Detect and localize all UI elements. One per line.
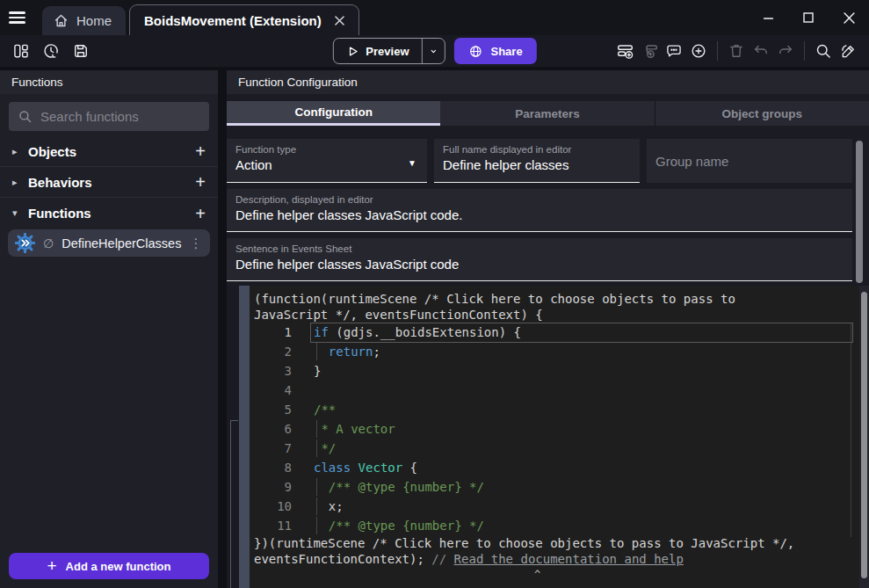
add-comment-icon[interactable] (662, 39, 686, 63)
code-line-text: /** (314, 403, 336, 417)
line-number: 9 (254, 480, 292, 494)
tab-home-label: Home (76, 13, 112, 28)
share-button[interactable]: Share (454, 38, 537, 64)
line-number: 1 (254, 325, 292, 339)
chevron-collapsed-icon[interactable]: ▸ (12, 177, 28, 188)
event-left-bar[interactable] (239, 286, 250, 588)
sentence-label: Sentence in Events Sheet (235, 243, 844, 254)
function-configuration-panel: Function Configuration ConfigurationPara… (227, 70, 869, 588)
function-item-definehelperclasses[interactable]: ∅ DefineHelperClasses ⋮ (8, 229, 210, 257)
tab-object-groups[interactable]: Object groups (655, 101, 869, 126)
documentation-link[interactable]: Read the documentation and help (454, 552, 684, 566)
form-scrollbar[interactable] (856, 141, 863, 283)
add-functions-icon[interactable]: + (195, 205, 206, 222)
code-line-4[interactable]: 4 (254, 381, 859, 400)
code-line-2[interactable]: 2 return; (254, 342, 859, 361)
share-label: Share (491, 45, 523, 58)
code-line-text: * A vector (314, 422, 395, 436)
code-line-text: x; (314, 499, 344, 513)
toolbar-left-group (9, 39, 93, 63)
function-type-select[interactable]: Function type Action ▼ (227, 139, 427, 183)
add-objects-icon[interactable]: + (195, 142, 206, 160)
line-number: 7 (254, 441, 292, 455)
tab-configuration[interactable]: Configuration (227, 101, 440, 126)
close-tab-icon[interactable] (332, 12, 348, 28)
chevron-collapsed-icon[interactable]: ▸ (12, 146, 28, 157)
full-name-input[interactable] (443, 157, 631, 172)
item-menu-dots-icon[interactable]: ⋮ (189, 236, 202, 251)
sidebar-section-functions[interactable]: ▾Functions+ (0, 198, 218, 229)
code-line-7[interactable]: 7 */ (254, 439, 859, 458)
indent-guide (316, 517, 317, 534)
group-name-input[interactable] (655, 154, 844, 169)
code-line-10[interactable]: 10 x; (254, 497, 859, 516)
full-name-field[interactable]: Full name displayed in editor (434, 139, 640, 183)
code-line-text: return; (314, 345, 380, 359)
code-line-5[interactable]: 5/** (254, 400, 859, 419)
code-line-11[interactable]: 11 /** @type {number} */ (254, 516, 859, 535)
maximize-button[interactable] (788, 0, 829, 35)
toolbar-center-group: Preview Share (332, 38, 536, 64)
sidebar-section-objects[interactable]: ▸Objects+ (0, 136, 218, 167)
save-icon[interactable] (69, 39, 93, 63)
sidebar-spacer (0, 257, 218, 553)
chevron-down-icon (428, 46, 439, 57)
group-name-field[interactable] (647, 139, 852, 183)
line-number: 10 (254, 499, 292, 513)
line-number: 6 (254, 422, 292, 436)
search-icon (18, 109, 33, 124)
code-header-line[interactable]: (function(runtimeScene /* Click here to … (254, 291, 816, 323)
sentence-field[interactable]: Sentence in Events Sheet (227, 238, 852, 281)
add-event-icon[interactable] (612, 39, 637, 63)
code-footer-line[interactable]: })(runtimeScene /* Click here to choose … (254, 535, 816, 567)
code-scrollbar[interactable] (861, 292, 867, 578)
window-controls (748, 0, 869, 35)
indent-guide (316, 478, 317, 496)
history-icon[interactable] (39, 39, 63, 63)
code-line-text: /** @type {number} */ (314, 519, 484, 533)
delete-icon[interactable] (724, 39, 749, 63)
title-bar: Home BoidsMovement (Extension) (0, 0, 869, 35)
sidebar-section-behaviors[interactable]: ▸Behaviors+ (0, 167, 218, 198)
tab-parameters[interactable]: Parameters (440, 101, 654, 126)
preview-button[interactable]: Preview (333, 39, 421, 63)
close-window-button[interactable] (829, 0, 869, 35)
chevron-expanded-icon[interactable]: ▾ (12, 207, 28, 219)
code-line-6[interactable]: 6 * A vector (254, 419, 859, 439)
code-line-1[interactable]: 1if (gdjs.__boidsExtension) { (254, 323, 859, 342)
code-area[interactable]: (function(runtimeScene /* Click here to … (250, 286, 859, 588)
code-lines[interactable]: 1if (gdjs.__boidsExtension) {2 return;3}… (254, 323, 859, 535)
code-line-8[interactable]: 8class Vector { (254, 458, 859, 477)
add-new-function-button[interactable]: + Add a new function (9, 553, 209, 579)
search-functions-box[interactable] (9, 102, 209, 131)
code-line-text: */ (314, 441, 336, 455)
tab-boidsmovement-extension[interactable]: BoidsMovement (Extension) (129, 4, 359, 35)
preview-label: Preview (366, 45, 409, 58)
edit-properties-icon[interactable] (836, 39, 860, 63)
tab-home[interactable]: Home (42, 6, 126, 35)
search-icon[interactable] (811, 39, 836, 63)
redo-icon[interactable] (773, 39, 798, 63)
code-line-3[interactable]: 3} (254, 361, 859, 381)
sentence-input[interactable] (235, 257, 844, 272)
content-area: Functions ▸Objects+▸Behaviors+▾Functions… (0, 70, 869, 588)
description-label: Description, displayed in editor (235, 194, 844, 205)
menu-icon[interactable] (0, 0, 32, 35)
add-subevent-icon[interactable] (637, 39, 662, 63)
minimize-button[interactable] (748, 0, 788, 35)
search-functions-input[interactable] (40, 109, 200, 124)
project-manager-icon[interactable] (9, 39, 33, 63)
preview-dropdown-button[interactable] (422, 39, 445, 63)
undo-icon[interactable] (749, 39, 773, 63)
circle-plus-icon[interactable] (686, 39, 711, 63)
main-toolbar: Preview Share (0, 35, 869, 67)
code-line-text: class Vector { (314, 461, 417, 475)
app-window: Home BoidsMovement (Extension) (0, 0, 869, 588)
description-input[interactable] (235, 207, 844, 222)
description-field[interactable]: Description, displayed in editor (227, 189, 852, 232)
functions-tree: ▸Objects+▸Behaviors+▾Functions+ (0, 136, 218, 229)
add-behaviors-icon[interactable]: + (195, 173, 206, 191)
add-new-function-label: Add a new function (66, 560, 171, 573)
code-line-text: } (314, 364, 321, 378)
code-line-9[interactable]: 9 /** @type {number} */ (254, 477, 859, 497)
